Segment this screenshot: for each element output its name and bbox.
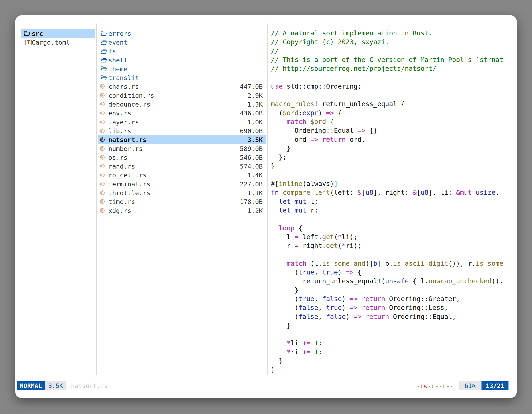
code-line: fn compare_left(left: &[u8], right: &[u8… [271, 188, 513, 197]
rust-file-icon: ® [100, 154, 108, 161]
code-line: let mut r; [271, 206, 513, 215]
code-line: }; [271, 153, 513, 162]
rust-file-icon: ® [100, 163, 108, 170]
current-row-errors[interactable]: errors [98, 29, 266, 38]
current-row-env.rs[interactable]: ®env.rs436.0B [98, 109, 266, 118]
code-line: l = left.get(*li); [271, 232, 513, 241]
file-name: throttle.rs [108, 189, 150, 197]
current-row-terminal.rs[interactable]: ®terminal.rs227.0B [98, 180, 266, 188]
file-name: chars.rs [108, 83, 139, 90]
file-name: xdg.rs [108, 207, 131, 214]
current-row-number.rs[interactable]: ®number.rs589.0B [98, 144, 266, 153]
code-line: (false, true) => return Ordering::Less, [271, 303, 513, 312]
file-name: layer.rs [108, 118, 139, 126]
file-name: terminal.rs [108, 180, 150, 188]
file-size-indicator: 3.5K [45, 381, 66, 390]
file-name: translit [108, 74, 139, 81]
parent-row-src[interactable]: src [21, 29, 95, 38]
folder-open-icon [100, 66, 108, 72]
file-name: condition.rs [108, 92, 154, 99]
code-line [271, 215, 513, 223]
file-name: theme [108, 65, 127, 73]
code-line: (false, false) => return Ordering::Equal… [271, 312, 513, 321]
code-line: loop { [271, 224, 513, 232]
file-name: number.rs [108, 145, 143, 152]
current-row-event[interactable]: event [98, 38, 266, 47]
code-line [271, 330, 513, 339]
file-size: 2.9K [247, 92, 263, 99]
current-row-translit[interactable]: translit [98, 73, 266, 82]
current-row-throttle.rs[interactable]: ®throttle.rs1.1K [98, 188, 266, 197]
pane-separator [267, 24, 268, 375]
current-row-shell[interactable]: shell [98, 56, 266, 64]
code-line: } [271, 356, 513, 365]
file-size: 1.2K [247, 207, 263, 214]
permissions-indicator: -rw-r--r-- [417, 381, 454, 390]
code-line: } [271, 286, 513, 295]
code-line: // A natural sort implementation in Rust… [271, 29, 513, 38]
code-line: (true, true) => { [271, 268, 513, 277]
rust-file-icon: ® [100, 171, 108, 179]
rust-file-icon: ® [100, 207, 108, 214]
folder-open-icon [24, 30, 32, 36]
code-line [271, 73, 513, 82]
file-name: event [108, 39, 127, 46]
file-name: errors [108, 30, 131, 37]
code-line: } [271, 321, 513, 330]
current-row-ro_cell.rs[interactable]: ®ro_cell.rs1.4K [98, 171, 266, 180]
status-bar: NORMAL 3.5K natsort.rs -rw-r--r-- 61% 13… [15, 381, 517, 390]
code-line: ord => return ord, [271, 135, 513, 144]
file-name: lib.rs [108, 127, 131, 135]
toml-file-icon: [T] [24, 39, 32, 46]
code-line: return_unless_equal!(unsafe { l.unwrap_u… [271, 277, 513, 286]
current-row-fs[interactable]: fs [98, 47, 266, 56]
current-row-theme[interactable]: theme [98, 64, 266, 73]
file-name: Cargo.toml [32, 39, 70, 46]
cursor-position-indicator: 13/21 [482, 381, 508, 390]
current-row-os.rs[interactable]: ®os.rs546.0B [98, 153, 266, 162]
current-row-lib.rs[interactable]: ®lib.rs690.0B [98, 126, 266, 135]
folder-open-icon [100, 48, 108, 54]
current-row-debounce.rs[interactable]: ®debounce.rs1.3K [98, 100, 266, 109]
file-size: 1.4K [247, 171, 263, 179]
current-row-xdg.rs[interactable]: ®xdg.rs1.2K [98, 206, 266, 215]
code-line: Ordering::Equal => {} [271, 126, 513, 135]
code-line: // This is a port of the C version of Ma… [271, 55, 513, 64]
file-size: 546.0B [240, 154, 263, 161]
current-row-layer.rs[interactable]: ®layer.rs1.0K [98, 118, 266, 126]
code-line: // http://sourcefrog.net/projects/natsor… [271, 64, 513, 73]
code-line: match $ord { [271, 117, 513, 126]
current-pane: errorseventfsshellthemetranslit®chars.rs… [98, 29, 266, 215]
code-line: } [271, 365, 513, 374]
rust-file-icon: ® [100, 189, 108, 197]
desktop-background: { "app": "yazi-file-manager", "colors": … [0, 0, 532, 414]
code-line: // Copyright (c) 2023, sxyazi. [271, 38, 513, 47]
current-row-rand.rs[interactable]: ®rand.rs574.0B [98, 162, 266, 171]
rust-file-icon: ® [100, 180, 108, 188]
file-name: shell [108, 57, 127, 64]
current-row-condition.rs[interactable]: ®condition.rs2.9K [98, 91, 266, 100]
parent-pane: src[T]Cargo.toml [21, 29, 95, 47]
file-name: os.rs [108, 154, 127, 161]
current-row-natsort.rs[interactable]: ®natsort.rs3.5K [98, 135, 266, 144]
code-line: #[inline(always)] [271, 179, 513, 188]
folder-open-icon [100, 75, 108, 81]
rust-file-icon: ® [100, 118, 108, 126]
file-name: src [32, 30, 43, 37]
parent-row-Cargo.toml[interactable]: [T]Cargo.toml [21, 38, 95, 47]
file-name: rand.rs [108, 163, 135, 170]
pane-separator [96, 24, 97, 375]
yazi-window: src[T]Cargo.toml errorseventfsshelltheme… [15, 15, 517, 398]
code-line [271, 250, 513, 259]
file-size: 178.0B [240, 198, 263, 205]
code-line [271, 171, 513, 179]
code-line: *li += 1; [271, 339, 513, 347]
file-name: ro_cell.rs [108, 171, 147, 179]
status-filename: natsort.rs [71, 381, 108, 390]
current-row-time.rs[interactable]: ®time.rs178.0B [98, 197, 266, 206]
current-row-chars.rs[interactable]: ®chars.rs447.0B [98, 82, 266, 91]
code-line: // [271, 47, 513, 55]
file-size: 3.5K [247, 136, 263, 143]
file-name: time.rs [108, 198, 135, 205]
file-name: fs [108, 48, 116, 55]
